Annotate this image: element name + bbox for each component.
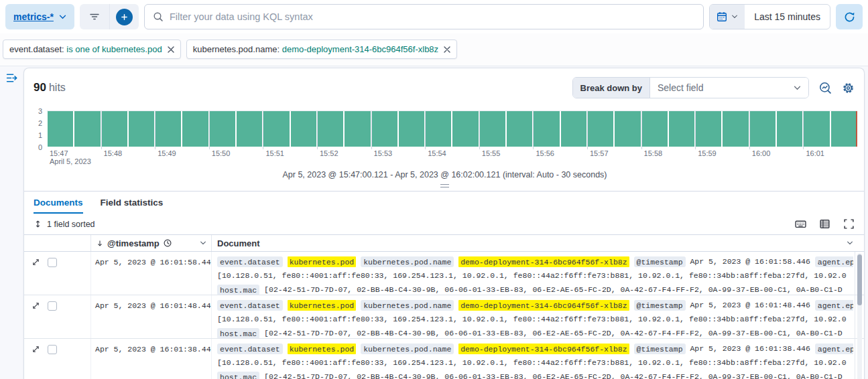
field-name-pill: agent.ephe [815, 344, 853, 354]
row-timestamp: Apr 5, 2023 @ 16:01:48.446 [91, 295, 212, 338]
refresh-icon [844, 11, 855, 23]
results-panel: 90hits Break down by Select field [23, 68, 865, 379]
histogram-bar[interactable] [723, 111, 748, 147]
scrollbar-thumb[interactable] [857, 254, 862, 305]
data-view-picker[interactable]: metrics-* [5, 4, 74, 29]
histogram-bar[interactable] [291, 111, 316, 147]
kql-search-input[interactable]: Filter your data using KQL syntax [144, 4, 704, 29]
grid-toolbar: 1 field sorted [24, 214, 864, 233]
histogram-bar[interactable] [642, 111, 668, 147]
filter-menu-button[interactable] [80, 4, 109, 29]
breakdown-field-select[interactable]: Select field [650, 78, 808, 98]
histogram-bar[interactable] [480, 111, 505, 147]
calendar-icon [717, 11, 727, 22]
histogram-bar[interactable] [831, 111, 857, 147]
document-column-header[interactable]: Document [212, 235, 864, 251]
sort-fields-icon [34, 220, 42, 228]
refresh-button[interactable] [836, 4, 863, 29]
chevron-down-icon [731, 15, 738, 19]
table-row: Apr 5, 2023 @ 16:01:58.446 event.dataset… [24, 252, 864, 295]
tab-field-statistics[interactable]: Field statistics [101, 198, 164, 214]
hits-count: 90hits [34, 81, 66, 94]
doc-line-3: host.mac [02-42-51-7D-7D-07, 02-BB-4B-C4… [217, 326, 853, 338]
histogram-bar[interactable] [237, 111, 262, 147]
chart-controls: Break down by Select field [572, 77, 855, 98]
expand-row-icon[interactable] [32, 258, 40, 267]
remove-filter-icon[interactable] [168, 46, 174, 53]
remove-filter-icon[interactable] [444, 46, 450, 53]
histogram-bar[interactable] [345, 111, 370, 147]
column-menu-icon[interactable] [200, 241, 206, 245]
table-row: Apr 5, 2023 @ 16:01:48.446 event.dataset… [24, 295, 864, 339]
sorted-fields-button[interactable]: 1 field sorted [34, 220, 95, 229]
row-controls [24, 295, 91, 338]
histogram-bar[interactable] [696, 111, 721, 147]
histogram-bar[interactable] [804, 111, 829, 147]
filter-field: kubernetes.pod.name: demo-deployment-314… [193, 44, 438, 54]
row-document: event.dataset kubernetes.pod kubernetes.… [212, 252, 864, 295]
tab-documents[interactable]: Documents [34, 198, 83, 214]
histogram-bar[interactable] [426, 111, 451, 147]
highlighted-value: demo-deployment-314-6bc964f56f-xlb8z [458, 256, 629, 267]
timestamp-column-header[interactable]: @timestamp [91, 235, 212, 251]
gear-icon[interactable] [842, 82, 855, 94]
row-checkbox[interactable] [48, 345, 57, 354]
histogram-bar[interactable] [263, 111, 289, 147]
expand-sidebar-button[interactable] [5, 72, 18, 84]
row-timestamp: Apr 5, 2023 @ 16:01:58.446 [91, 252, 212, 295]
histogram-bar[interactable] [182, 111, 208, 147]
keyboard-shortcuts-icon[interactable] [795, 218, 806, 230]
row-checkbox[interactable] [48, 258, 57, 267]
display-options-icon[interactable] [819, 218, 830, 230]
histogram-bar[interactable] [48, 111, 73, 147]
x-axis-labels: 15:4715:4815:4915:5015:5115:5215:5315:54… [47, 147, 857, 168]
column-menu-icon[interactable] [847, 241, 853, 245]
filter-pill-event-dataset[interactable]: event.dataset: is one of kubernetes.pod [3, 40, 181, 59]
expand-row-icon[interactable] [32, 345, 40, 354]
current-time-marker [856, 111, 857, 147]
time-range-label[interactable]: Last 15 minutes [745, 5, 830, 29]
grid-toolbar-icons [795, 218, 855, 230]
chevron-down-icon [794, 86, 801, 90]
histogram-bar[interactable] [777, 111, 802, 147]
histogram-bar[interactable] [615, 111, 640, 147]
filter-value: is one of kubernetes.pod [66, 44, 162, 54]
filter-bar: event.dataset: is one of kubernetes.pod … [0, 33, 868, 66]
date-quick-select-button[interactable] [710, 5, 745, 29]
highlighted-value: demo-deployment-314-6bc964f56f-xlb8z [458, 344, 629, 354]
histogram-bar[interactable] [74, 111, 100, 147]
chevron-down-icon [59, 15, 66, 19]
tabs-section: Documents Field statistics [24, 191, 864, 214]
histogram-bar[interactable] [561, 111, 586, 147]
filter-pill-pod-name[interactable]: kubernetes.pod.name: demo-deployment-314… [186, 40, 457, 59]
field-name-pill: agent.ephe [815, 300, 853, 311]
histogram-bar[interactable] [372, 111, 397, 147]
field-name-pill: @timestamp [634, 344, 686, 354]
histogram-bar[interactable] [129, 111, 154, 147]
doc-line-3: host.mac [02-42-51-7D-7D-07, 02-BB-4B-C4… [217, 370, 853, 379]
histogram-bar[interactable] [452, 111, 478, 147]
histogram-bar[interactable] [507, 111, 532, 147]
histogram-bar[interactable] [588, 111, 613, 147]
histogram-bar[interactable] [318, 111, 343, 147]
histogram-bar[interactable] [669, 111, 694, 147]
histogram-bar[interactable] [399, 111, 424, 147]
add-filter-button[interactable] [109, 4, 139, 29]
histogram-plot[interactable] [47, 110, 857, 147]
fullscreen-icon[interactable] [843, 218, 855, 230]
doc-line-1: event.dataset kubernetes.pod kubernetes.… [217, 298, 853, 312]
expand-row-icon[interactable] [32, 301, 40, 310]
field-name-pill: agent.ephe [815, 256, 853, 267]
row-timestamp: Apr 5, 2023 @ 16:01:38.446 [91, 339, 212, 379]
histogram-bar[interactable] [210, 111, 235, 147]
histogram-bar[interactable] [750, 111, 776, 147]
timestamp-column-label: @timestamp [107, 238, 160, 248]
histogram-bar[interactable] [102, 111, 127, 147]
chart-resize-handle[interactable] [440, 184, 449, 187]
histogram-bar[interactable] [534, 111, 559, 147]
plus-icon [116, 9, 133, 25]
row-checkbox[interactable] [48, 301, 57, 311]
field-name-pill: kubernetes.pod.name [361, 256, 454, 267]
edit-visualization-icon[interactable] [819, 82, 832, 94]
histogram-bar[interactable] [156, 111, 181, 147]
